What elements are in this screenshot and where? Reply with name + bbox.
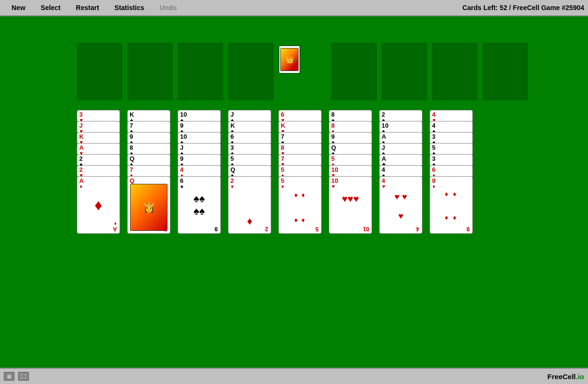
card-9d-c8[interactable]: 9♦ ♦ ♦ ♦ ♦ 9 xyxy=(430,176,473,234)
card-10s-c7[interactable]: 10♠ xyxy=(379,121,422,132)
card-as-c7[interactable]: A♠ xyxy=(379,132,422,144)
column-4: J♠ K♠ 6♠ 3♠ 5♠ Q♠ 2♦ ♦ xyxy=(228,110,274,234)
card-q-face[interactable]: Q 👸 Q xyxy=(127,176,170,234)
free-cell-3[interactable] xyxy=(178,43,223,100)
column-5: 6♥ K♥ 7♠ 8♥ 7♥ 5♦ 5♦ ♦ xyxy=(278,110,324,234)
card-9s[interactable]: 9♠ xyxy=(127,132,170,144)
column-1: 3♥ J♥ K♥ A♥ 2♠ 2♥ A♦ xyxy=(77,110,122,234)
card-ad[interactable]: A♦ ♦ A♦ xyxy=(77,176,120,234)
card-7s-c5[interactable]: 7♠ xyxy=(278,132,322,144)
menubar: New Select Restart Statistics Undo Cards… xyxy=(0,0,588,16)
freecell-logo-card: 👑 xyxy=(278,45,300,74)
bottom-bar: 🖥 ⛶ FreeCell.io xyxy=(0,368,588,384)
card-5d-c6[interactable]: 5♦ xyxy=(329,154,372,166)
card-5s-c4[interactable]: 5♠ xyxy=(228,154,271,166)
menu-undo[interactable]: Undo xyxy=(152,2,185,13)
card-5s-c8[interactable]: 5♠ xyxy=(430,143,473,155)
card-8d-c6[interactable]: 8♦ xyxy=(329,121,372,132)
card-4h-c8[interactable]: 4♥ xyxy=(430,110,473,121)
card-5d-c5-2[interactable]: 5♦ ♦ ♦ ♦ ♦ 5 xyxy=(278,176,322,234)
card-10s-c3-1[interactable]: 10♠ xyxy=(178,110,221,121)
card-qs[interactable]: Q♠ xyxy=(127,154,170,166)
column-7: 2♠ 10♠ A♠ J♠ A♣ 4♠ 4♥ xyxy=(379,110,425,234)
card-8s[interactable]: 8♠ xyxy=(127,143,170,155)
column-3: 10♠ 9♠ 10♠ J♠ 9♠ 4♦ 6♠ xyxy=(178,110,223,234)
monitor-icon[interactable]: 🖥 xyxy=(4,372,14,381)
card-jh[interactable]: J♥ xyxy=(77,121,120,132)
free-cell-1[interactable] xyxy=(77,43,122,100)
foundation-3[interactable] xyxy=(432,43,478,100)
game-area: 👑 3♥ J♥ K♥ A♥ xyxy=(0,16,588,384)
card-7s[interactable]: 7♠ xyxy=(127,121,170,132)
card-qs-c4[interactable]: Q♠ xyxy=(228,165,271,177)
free-cell-2[interactable] xyxy=(127,43,173,100)
card-kh[interactable]: K♥ xyxy=(77,132,120,144)
card-4d-c3[interactable]: 4♦ xyxy=(178,165,221,177)
card-10s-c3-2[interactable]: 10♠ xyxy=(178,132,221,144)
card-7h-c5[interactable]: 7♥ xyxy=(278,154,322,166)
menu-new[interactable]: New xyxy=(4,2,33,13)
foundation-4[interactable] xyxy=(482,43,528,100)
foundation-2[interactable] xyxy=(382,43,427,100)
free-cell-4[interactable] xyxy=(228,43,274,100)
card-3s-c8[interactable]: 3♠ xyxy=(430,132,473,144)
card-9s-c6[interactable]: 9♠ xyxy=(329,132,372,144)
bottom-icons: 🖥 ⛶ xyxy=(4,372,29,381)
card-6h-c5[interactable]: 6♥ xyxy=(278,110,322,121)
card-ks[interactable]: K♠ xyxy=(127,110,170,121)
menu-statistics[interactable]: Statistics xyxy=(107,2,152,13)
card-kh-c5[interactable]: K♥ xyxy=(278,121,322,132)
card-3s-c8-2[interactable]: 3♠ xyxy=(430,154,473,166)
card-4s-c7[interactable]: 4♠ xyxy=(379,165,422,177)
card-10h-c6-2[interactable]: 10♥ ♥♥♥ 01 xyxy=(329,176,372,234)
card-ks-c4[interactable]: K♠ xyxy=(228,121,271,132)
card-6s-c4[interactable]: 6♠ xyxy=(228,132,271,144)
card-3h[interactable]: 3♥ xyxy=(77,110,120,121)
card-2h[interactable]: 2♥ xyxy=(77,165,120,177)
card-2s-c7[interactable]: 2♠ xyxy=(379,110,422,121)
game-status: Cards Left: 52 / FreeCell Game #25904 xyxy=(462,4,584,12)
card-6d-c8[interactable]: 6♦ xyxy=(430,165,473,177)
card-js-c3[interactable]: J♠ xyxy=(178,143,221,155)
brand-label: FreeCell.io xyxy=(547,372,584,381)
column-8: 4♥ 4♠ 3♠ 5♠ 3♠ 6♦ 9♦ ♦ xyxy=(430,110,475,234)
fullscreen-icon[interactable]: ⛶ xyxy=(18,372,29,381)
foundation-1[interactable] xyxy=(331,43,377,100)
card-7d[interactable]: 7♦ xyxy=(127,165,170,177)
freecell-logo-inner: 👑 xyxy=(280,48,299,71)
column-6: 8♠ 8♦ 9♠ Q♠ 5♦ 10♥ 10♥ xyxy=(329,110,374,234)
card-9s-c3[interactable]: 9♠ xyxy=(178,121,221,132)
card-9s-c3-2[interactable]: 9♠ xyxy=(178,154,221,166)
card-js-c4[interactable]: J♠ xyxy=(228,110,271,121)
menu-restart[interactable]: Restart xyxy=(68,2,107,13)
menu-select[interactable]: Select xyxy=(33,2,68,13)
card-6s-c3[interactable]: 6♠ ♠♠♠♠ 9 xyxy=(178,176,221,234)
card-2s[interactable]: 2♠ xyxy=(77,154,120,166)
card-4s-c8[interactable]: 4♠ xyxy=(430,121,473,132)
card-4h-c7[interactable]: 4♥ ♥ ♥ ♥ 4 xyxy=(379,176,422,234)
card-5d-c5[interactable]: 5♦ xyxy=(278,165,322,177)
card-8s-c6[interactable]: 8♠ xyxy=(329,110,372,121)
card-3s-c4[interactable]: 3♠ xyxy=(228,143,271,155)
card-10h-c6[interactable]: 10♥ xyxy=(329,165,372,177)
card-js-c7[interactable]: J♠ xyxy=(379,143,422,155)
card-2d-c4[interactable]: 2♦ ♦ 2 xyxy=(228,176,271,234)
card-ah[interactable]: A♥ xyxy=(77,143,120,155)
card-8h-c5[interactable]: 8♥ xyxy=(278,143,322,155)
card-ac-c7[interactable]: A♣ xyxy=(379,154,422,166)
column-2: K♠ 7♠ 9♠ 8♠ Q♠ 7♦ Q xyxy=(127,110,173,234)
card-qs-c6[interactable]: Q♠ xyxy=(329,143,372,155)
